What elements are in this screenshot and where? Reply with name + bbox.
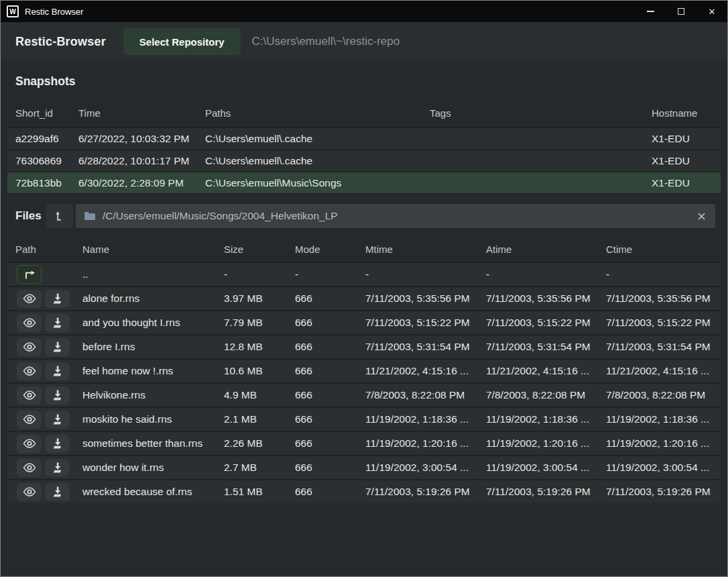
file-cell-mtime: 7/11/2003, 5:35:56 PM [357,287,478,310]
file-cell-ctime: 7/11/2003, 5:19:26 PM [598,480,721,503]
file-cell-name: sometimes better than.rns [74,432,216,455]
preview-button[interactable] [17,314,42,332]
preview-button[interactable] [17,362,42,380]
download-icon [52,437,64,450]
snapshot-cell-paths: C:\Users\emuell\.cache [197,128,422,149]
file-cell-size: - [216,263,287,286]
files-path-input[interactable]: /C/Users/emuell/Music/Songs/2004_Helveti… [76,204,715,228]
snapshot-row[interactable]: 72b813bb6/30/2022, 2:28:09 PMC:\Users\em… [7,171,721,193]
download-button[interactable] [45,362,70,380]
files-table-body: ..-----alone for.rns3.97 MB6667/11/2003,… [7,262,721,503]
window-controls: ✕ [635,1,727,22]
file-actions-cell [7,311,74,334]
preview-icon [23,294,36,303]
file-cell-size: 7.79 MB [216,311,287,334]
download-button[interactable] [45,435,70,453]
clear-icon [697,212,706,221]
preview-button[interactable] [17,338,42,356]
file-cell-atime: 11/19/2002, 1:20:16 ... [478,432,598,455]
files-column-header: Size [216,236,287,262]
snapshots-column-header: Time [70,99,197,127]
file-cell-atime: 11/21/2002, 4:15:16 ... [478,360,598,382]
tree-view-button[interactable] [46,204,73,228]
preview-icon [23,415,36,424]
snapshot-row[interactable]: 763068696/28/2022, 10:01:17 PMC:\Users\e… [7,149,721,171]
file-row: alone for.rns3.97 MB6667/11/2003, 5:35:5… [7,286,721,310]
repository-path: C:\Users\emuell\~\restic-repo [252,35,400,48]
file-cell-name: wonder how it.rns [74,456,216,479]
file-row: feel home now !.rns10.6 MB66611/21/2002,… [7,358,721,382]
window-title: Restic Browser [25,7,83,17]
download-button[interactable] [45,386,70,405]
download-icon [52,341,64,353]
minimize-button[interactable] [635,1,666,22]
preview-button[interactable] [17,290,42,308]
file-cell-size: 2.7 MB [216,456,287,479]
file-row: wrecked because of.rns1.51 MB6667/11/200… [7,479,721,503]
file-cell-mode: - [287,263,357,286]
snapshot-cell-time: 6/27/2022, 10:03:32 PM [70,128,197,149]
file-row: and you thought I.rns7.79 MB6667/11/2003… [7,310,721,334]
download-button[interactable] [45,459,70,477]
preview-button[interactable] [17,459,42,477]
files-column-header: Mtime [357,236,478,262]
download-button[interactable] [45,290,70,308]
file-cell-atime: 7/11/2003, 5:19:26 PM [478,480,598,503]
go-parent-button[interactable] [17,265,42,284]
files-path-value: /C/Users/emuell/Music/Songs/2004_Helveti… [103,210,696,222]
download-icon [52,462,64,474]
file-cell-ctime: 11/19/2002, 1:18:36 ... [598,408,721,431]
preview-icon [23,463,36,472]
clear-path-button[interactable] [696,211,707,222]
files-table: PathNameSizeModeMtimeAtimeCtime ..-----a… [7,236,721,503]
maximize-button[interactable] [666,1,696,22]
files-column-header: Atime [478,236,598,262]
app-window: W Restic Browser ✕ Restic-Browser Select… [0,0,728,577]
snapshots-table-body: a2299af66/27/2022, 10:03:32 PMC:\Users\e… [7,127,721,193]
file-cell-mtime: 7/11/2003, 5:15:22 PM [357,311,478,334]
file-cell-mode: 666 [287,360,357,382]
snapshots-column-header: Short_id [7,99,70,127]
snapshot-cell-tags [422,128,644,149]
file-row: sometimes better than.rns2.26 MB66611/19… [7,431,721,455]
snapshot-row[interactable]: a2299af66/27/2022, 10:03:32 PMC:\Users\e… [7,127,721,149]
snapshot-cell-hostname: X1-EDU [644,150,721,171]
download-button[interactable] [45,314,70,332]
app-name: Restic-Browser [15,35,106,49]
file-cell-ctime: 11/19/2002, 1:20:16 ... [598,432,721,455]
preview-button[interactable] [17,483,42,501]
download-icon [52,365,64,377]
file-row: Helvikone.rns4.9 MB6667/8/2003, 8:22:08 … [7,382,721,407]
select-repository-button[interactable]: Select Repository [123,28,241,55]
file-cell-size: 2.26 MB [216,432,287,455]
file-cell-mode: 666 [287,480,357,503]
file-cell-name: moskito he said.rns [74,408,216,431]
file-cell-name: before I.rns [74,335,216,358]
file-cell-mode: 666 [287,384,357,407]
file-cell-ctime: 7/11/2003, 5:35:56 PM [598,287,721,310]
maximize-icon [678,8,684,15]
preview-button[interactable] [17,386,42,405]
file-cell-size: 2.1 MB [216,408,287,431]
snapshot-cell-paths: C:\Users\emuell\Music\Songs [197,172,422,193]
download-button[interactable] [45,411,70,429]
download-icon [52,317,64,329]
file-cell-mtime: 11/19/2002, 1:18:36 ... [357,408,478,431]
download-icon [52,413,64,425]
close-button[interactable]: ✕ [696,1,727,22]
file-actions-cell [7,360,74,382]
preview-button[interactable] [17,435,42,453]
app-header: Restic-Browser Select Repository C:\User… [1,22,727,61]
folder-icon [84,211,96,221]
up-level-icon [54,210,66,222]
download-button[interactable] [45,483,70,501]
preview-icon [23,439,36,448]
snapshot-cell-short_id: a2299af6 [7,128,70,149]
preview-icon [23,487,36,496]
file-cell-mode: 666 [287,311,357,334]
download-button[interactable] [45,338,70,356]
preview-icon [23,318,36,327]
file-actions-cell [7,384,74,407]
preview-button[interactable] [17,411,42,429]
snapshot-cell-paths: C:\Users\emuell\.cache [197,150,422,171]
